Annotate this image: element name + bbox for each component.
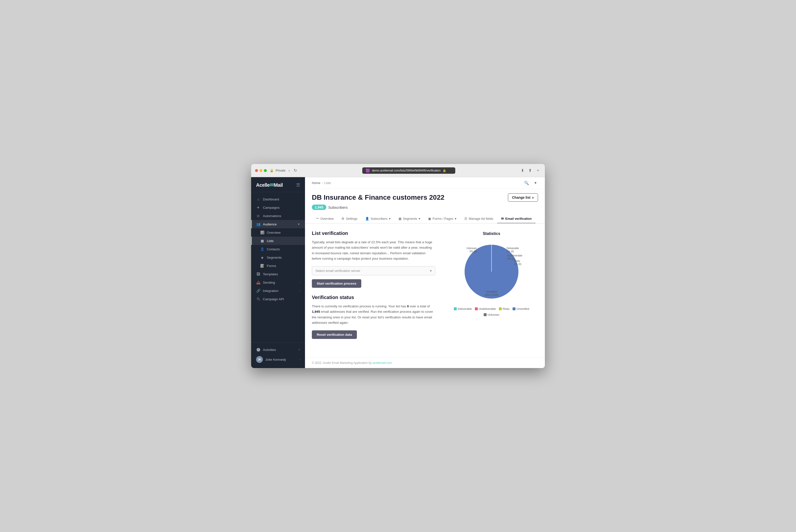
list-verification-title: List verification xyxy=(312,230,435,236)
sidebar-item-integration[interactable]: 🔗 Integration › xyxy=(251,287,305,295)
close-button[interactable] xyxy=(255,169,258,172)
search-button[interactable]: 🔍 xyxy=(523,179,530,186)
sidebar-item-contacts[interactable]: 👤 Contacts xyxy=(251,245,305,253)
legend-undeliverable-label: Undeliverable xyxy=(479,307,496,310)
tab-forms-pages[interactable]: ▣ Forms / Pages ▾ xyxy=(424,214,460,224)
chevron-down-icon: ▾ xyxy=(419,217,420,221)
lists-icon: ▦ xyxy=(260,239,264,243)
breadcrumb-home[interactable]: Home xyxy=(312,181,320,185)
verification-status-title: Verification status xyxy=(312,294,435,300)
server-select[interactable]: Select email verification server xyxy=(312,266,435,275)
breadcrumb-separator: › xyxy=(322,181,323,185)
deliverable-label: Deliverable0% (0) xyxy=(507,247,519,253)
tab-manage-list-fields[interactable]: ☰ Manage list fields xyxy=(460,214,497,224)
sidebar-navigation: ⌂ Dashboard ✈ Campaigns ⊙ Automations 👥 … xyxy=(251,192,305,342)
sidebar-item-campaign-api[interactable]: 🔌 Campaign API xyxy=(251,295,305,303)
undeliverable-color xyxy=(475,307,478,310)
segments-icon: ◈ xyxy=(260,255,264,260)
sidebar-item-label: Forms xyxy=(267,264,276,268)
settings-tab-icon: ⚙ xyxy=(341,217,344,221)
chevron-down-icon: ▾ xyxy=(389,217,391,221)
legend-unverified: Unverified xyxy=(513,307,529,310)
tab-label: Overview xyxy=(320,217,334,221)
url-bar[interactable]: 🟪 demo.acellemail.com/lists/5966ef9d994f… xyxy=(362,167,455,174)
sidebar-item-lists[interactable]: ▦ Lists xyxy=(251,236,305,245)
legend-unknown-label: Unknown xyxy=(488,313,499,316)
integration-icon: 🔗 xyxy=(256,289,261,293)
tab-label: Email verification xyxy=(505,217,532,221)
page-header: DB Insurance & Finance customers 2022 Ch… xyxy=(305,189,545,202)
downloads-button[interactable]: ⬇ xyxy=(520,167,525,174)
unknown-label: Unknown0% (0) xyxy=(467,247,477,253)
sidebar-item-forms[interactable]: 📝 Forms xyxy=(251,262,305,270)
pie-chart: Unknown0% (0) Deliverable0% (0) Undelive… xyxy=(460,240,523,303)
browser-body: Acelle✉Mail ☰ ⌂ Dashboard ✈ Campaigns ⊙ … xyxy=(251,177,545,368)
legend-unknown: Unknown xyxy=(484,313,499,316)
chevron-right-icon: › xyxy=(299,358,300,361)
audience-icon: 👥 xyxy=(256,222,261,226)
private-label: Private xyxy=(276,169,285,172)
legend-deliverable-label: Deliverable xyxy=(458,307,472,310)
sidebar-item-segments[interactable]: ◈ Segments xyxy=(251,253,305,262)
top-actions: 🔍 ✦ xyxy=(523,179,538,186)
sidebar-item-templates[interactable]: 🖼 Templates xyxy=(251,270,305,278)
sidebar-item-dashboard[interactable]: ⌂ Dashboard xyxy=(251,195,305,203)
sidebar-item-campaigns[interactable]: ✈ Campaigns xyxy=(251,203,305,212)
risky-label: Risky0% (0) xyxy=(514,260,522,266)
settings-icon-button[interactable]: ✦ xyxy=(533,179,538,186)
manage-fields-tab-icon: ☰ xyxy=(464,217,467,221)
legend-undeliverable: Undeliverable xyxy=(475,307,496,310)
sidebar-item-sending[interactable]: 📤 Sending › xyxy=(251,278,305,287)
list-verification-description: Typically, email lists degrade at a rate… xyxy=(312,240,435,261)
sidebar-item-label: Integration xyxy=(263,289,279,293)
total-count: 1,945 xyxy=(312,310,320,314)
app-logo: Acelle✉Mail xyxy=(256,182,283,188)
sidebar-footer: 🕐 Activities ↗ JK Jolie Kennedy › xyxy=(251,342,305,368)
browser-nav: 🔒 Private ‹ ↻ xyxy=(270,167,298,174)
refresh-button[interactable]: ↻ xyxy=(293,167,298,174)
sidebar-item-automations[interactable]: ⊙ Automations xyxy=(251,212,305,220)
chevron-right-icon: › xyxy=(299,281,300,284)
sidebar-logo: Acelle✉Mail ☰ xyxy=(251,177,305,192)
user-name: Jolie Kennedy xyxy=(265,358,286,361)
browser-window: 🔒 Private ‹ ↻ 🟪 demo.acellemail.com/list… xyxy=(251,164,545,368)
segments-tab-icon: ▦ xyxy=(398,217,401,221)
tab-overview[interactable]: 〜 Overview xyxy=(312,214,338,224)
unverified-color xyxy=(513,307,515,310)
tab-email-verification[interactable]: ✉ Email verification xyxy=(497,214,535,224)
tab-segments[interactable]: ▦ Segments ▾ xyxy=(395,214,424,224)
main-content: Home › Lists 🔍 ✦ DB Insurance & Finance … xyxy=(305,177,545,368)
tab-settings[interactable]: ⚙ Settings xyxy=(338,214,361,224)
change-list-label: Change list xyxy=(512,195,530,200)
back-button[interactable]: ‹ xyxy=(287,167,290,174)
sidebar-item-user[interactable]: JK Jolie Kennedy › xyxy=(251,354,305,365)
fullscreen-button[interactable] xyxy=(264,169,267,172)
start-verification-button[interactable]: Start verification process xyxy=(312,279,361,288)
unknown-color xyxy=(484,313,487,316)
status-text-part3: email addresses that are verified. Run t… xyxy=(312,310,433,324)
sidebar-item-activities[interactable]: 🕐 Activities ↗ xyxy=(251,345,305,354)
sidebar-item-audience[interactable]: 👥 Audience ▼ xyxy=(251,220,305,228)
server-select-wrapper: Select email verification server ▼ xyxy=(312,266,435,275)
tab-subscribers[interactable]: 👤 Subscribers ▾ xyxy=(361,214,395,224)
sidebar-item-label: Automations xyxy=(263,214,281,218)
left-panel: List verification Typically, email lists… xyxy=(312,230,435,351)
new-tab-button[interactable]: ＋ xyxy=(535,167,541,174)
external-link-icon: ↗ xyxy=(298,348,300,352)
reset-verification-button[interactable]: Reset verification data xyxy=(312,330,357,339)
share-button[interactable]: ⬆ xyxy=(528,167,533,174)
sending-icon: 📤 xyxy=(256,281,261,284)
change-list-button[interactable]: Change list » xyxy=(508,193,538,202)
minimize-button[interactable] xyxy=(260,169,262,172)
footer-link[interactable]: acellemail.com xyxy=(373,361,392,365)
subscribers-tab-icon: 👤 xyxy=(365,217,369,221)
sidebar-item-overview[interactable]: 📊 Overview xyxy=(251,228,305,236)
status-text-part2: over a total of xyxy=(409,304,430,308)
unverified-label: Unverified100% (1945) xyxy=(485,290,498,297)
sidebar-toggle-button[interactable]: ☰ xyxy=(296,182,300,188)
sidebar-item-label: Overview xyxy=(267,231,281,234)
tabs: 〜 Overview ⚙ Settings 👤 Subscribers ▾ ▦ … xyxy=(305,214,545,224)
verification-status-text: There is currently no verification proce… xyxy=(312,304,435,325)
subscribers-badge: 1,945 Subscribers xyxy=(305,202,545,214)
forms-tab-icon: ▣ xyxy=(428,217,431,221)
